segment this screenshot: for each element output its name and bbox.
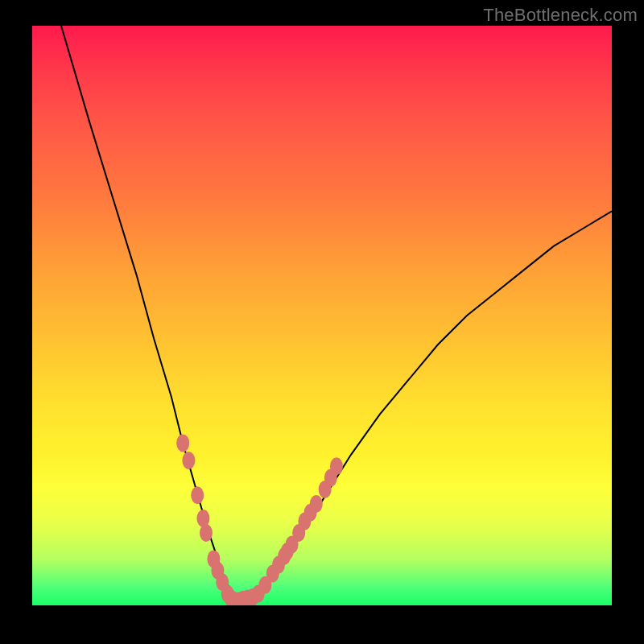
bottleneck-curve: [61, 26, 612, 603]
curve-marker: [200, 524, 213, 542]
curve-marker: [182, 452, 195, 469]
plot-area: [32, 26, 612, 605]
curve-marker: [176, 434, 189, 452]
curve-marker: [191, 486, 204, 504]
watermark-text: TheBottleneck.com: [483, 5, 638, 26]
curve-markers: [176, 434, 343, 605]
curve-marker: [330, 457, 343, 475]
chart-stage: TheBottleneck.com: [0, 0, 644, 644]
curve-svg: [32, 26, 612, 605]
curve-marker: [310, 495, 323, 513]
